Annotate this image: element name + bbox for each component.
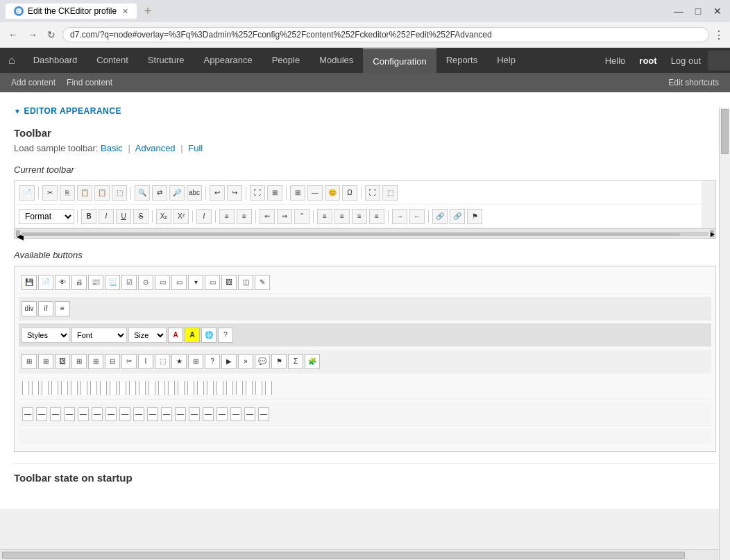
tb-btn-rtl[interactable]: ←: [409, 209, 425, 224]
nav-item-structure[interactable]: Structure: [138, 48, 194, 73]
nav-item-people[interactable]: People: [262, 48, 309, 73]
tb-btn-search[interactable]: 🔎: [169, 185, 185, 201]
tb-btn-sub[interactable]: X₂: [156, 209, 171, 224]
size-dropdown[interactable]: Size: [128, 328, 167, 343]
avail-btn-button[interactable]: ▭: [205, 275, 220, 290]
avail-emdash-item[interactable]: —: [203, 407, 214, 421]
page-scrollbar-vertical[interactable]: [719, 108, 730, 509]
avail-separator-item[interactable]: [100, 381, 107, 395]
avail-separator-item[interactable]: [255, 381, 262, 395]
avail-separator-item[interactable]: [197, 381, 204, 395]
avail-emdash-item[interactable]: —: [230, 407, 241, 421]
tb-btn-spellcheck[interactable]: abc: [187, 185, 202, 201]
avail-separator-item[interactable]: [80, 381, 87, 395]
tb-btn-copy[interactable]: ⎘: [60, 185, 75, 201]
avail-btn-textfield[interactable]: ▭: [155, 275, 170, 290]
toolbar-scrollbar[interactable]: ◀ ▶: [15, 228, 715, 238]
scrollbar-left-arrow[interactable]: ◀: [16, 230, 20, 237]
tb-btn-fullscreen[interactable]: ⛶: [250, 185, 265, 201]
avail-btn-split[interactable]: ⊟: [105, 354, 120, 369]
tb-btn-paste2[interactable]: 📋: [94, 185, 110, 201]
avail-btn-save[interactable]: 💾: [22, 275, 37, 290]
tb-btn-fullscreen2[interactable]: ⛶: [365, 185, 380, 201]
avail-separator-item[interactable]: [265, 381, 272, 395]
browser-menu-button[interactable]: ⋮: [713, 28, 724, 42]
tb-btn-align-center[interactable]: ≡: [334, 209, 350, 224]
avail-emdash-item[interactable]: —: [133, 407, 144, 421]
avail-emdash-item[interactable]: —: [92, 407, 103, 421]
avail-separator-item[interactable]: [51, 381, 58, 395]
tb-btn-sup[interactable]: X²: [173, 209, 189, 224]
avail-separator-item[interactable]: [22, 381, 29, 395]
nav-item-content[interactable]: Content: [87, 48, 138, 73]
avail-btn-widget[interactable]: ⊞: [188, 354, 203, 369]
url-input[interactable]: [62, 27, 709, 42]
format-dropdown[interactable]: Format: [19, 209, 74, 224]
avail-separator-item[interactable]: [148, 381, 155, 395]
avail-btn-cut2[interactable]: ✂: [121, 354, 137, 369]
tb-btn-align-justify[interactable]: ≡: [369, 209, 384, 224]
avail-btn-imagebutton[interactable]: 🖼: [221, 275, 237, 290]
avail-emdash-item[interactable]: —: [50, 407, 61, 421]
avail-btn-image[interactable]: 🖼: [55, 354, 70, 369]
avail-btn-textarea[interactable]: ▭: [171, 275, 187, 290]
avail-separator-item[interactable]: [90, 381, 97, 395]
browser-tab[interactable]: C Edit the CKEditor profile ✕: [6, 3, 137, 19]
avail-btn-preview[interactable]: 👁: [55, 275, 70, 290]
avail-emdash-item[interactable]: —: [244, 407, 255, 421]
avail-btn-sigma[interactable]: Σ: [288, 354, 303, 369]
tb-btn-paste[interactable]: 📋: [77, 185, 92, 201]
tb-btn-cut[interactable]: ✂: [42, 185, 58, 201]
avail-btn-table2[interactable]: ⊞: [71, 354, 87, 369]
tb-btn-italic[interactable]: I: [99, 209, 114, 224]
avail-btn-tabletools[interactable]: ⊞: [22, 354, 37, 369]
avail-emdash-item[interactable]: —: [147, 407, 158, 421]
avail-btn-doc[interactable]: 📃: [105, 275, 120, 290]
avail-btn-about[interactable]: ?: [218, 328, 233, 343]
avail-btn-textcolor[interactable]: A: [168, 328, 183, 343]
avail-separator-item[interactable]: [217, 381, 223, 395]
tb-btn-omega[interactable]: Ω: [342, 185, 357, 201]
avail-emdash-item[interactable]: —: [258, 407, 269, 421]
avail-emdash-item[interactable]: —: [161, 407, 172, 421]
avail-emdash-item[interactable]: —: [105, 407, 117, 421]
logout-link[interactable]: Log out: [664, 56, 708, 66]
advanced-link[interactable]: Advanced: [135, 143, 176, 153]
tb-btn-blockquote[interactable]: ": [294, 209, 309, 224]
maximize-button[interactable]: □: [691, 6, 705, 17]
avail-separator-item[interactable]: [110, 381, 117, 395]
avail-separator-item[interactable]: [246, 381, 253, 395]
tb-btn-anchor[interactable]: ⚑: [467, 209, 482, 224]
tb-btn-ltr[interactable]: →: [392, 209, 407, 224]
tb-btn-link[interactable]: 🔗: [432, 209, 448, 224]
nav-item-dashboard[interactable]: Dashboard: [24, 48, 87, 73]
avail-separator-item[interactable]: [168, 381, 175, 395]
avail-emdash-item[interactable]: —: [119, 407, 130, 421]
avail-separator-item[interactable]: [158, 381, 165, 395]
avail-separator-item[interactable]: [129, 381, 136, 395]
user-menu-button[interactable]: [708, 51, 730, 70]
back-button[interactable]: ←: [6, 28, 21, 42]
tb-btn-underline[interactable]: U: [116, 209, 131, 224]
avail-separator-item[interactable]: [207, 381, 214, 395]
styles-dropdown[interactable]: Styles: [22, 328, 70, 343]
tb-btn-align-left[interactable]: ≡: [317, 209, 332, 224]
tb-btn-redo[interactable]: ↪: [227, 185, 242, 201]
avail-btn-italic3[interactable]: I: [138, 354, 153, 369]
avail-emdash-item[interactable]: —: [189, 407, 200, 421]
avail-separator-item[interactable]: [236, 381, 243, 395]
tb-btn-blockelement[interactable]: ⊞: [267, 185, 282, 201]
tb-btn-unlink[interactable]: 🔗: [450, 209, 465, 224]
avail-emdash-item[interactable]: —: [78, 407, 89, 421]
avail-emdash-item[interactable]: —: [175, 407, 186, 421]
avail-btn-hiddenfield[interactable]: ◫: [238, 275, 253, 290]
basic-link[interactable]: Basic: [101, 143, 123, 153]
minimize-button[interactable]: —: [672, 6, 686, 17]
avail-btn-list[interactable]: ≡: [55, 301, 70, 316]
new-tab-button[interactable]: +: [139, 3, 156, 19]
avail-separator-item[interactable]: [226, 381, 233, 395]
avail-separator-item[interactable]: [61, 381, 68, 395]
tb-btn-align-right[interactable]: ≡: [352, 209, 367, 224]
tb-btn-outdent[interactable]: ⇐: [260, 209, 275, 224]
home-button[interactable]: ⌂: [0, 54, 24, 67]
